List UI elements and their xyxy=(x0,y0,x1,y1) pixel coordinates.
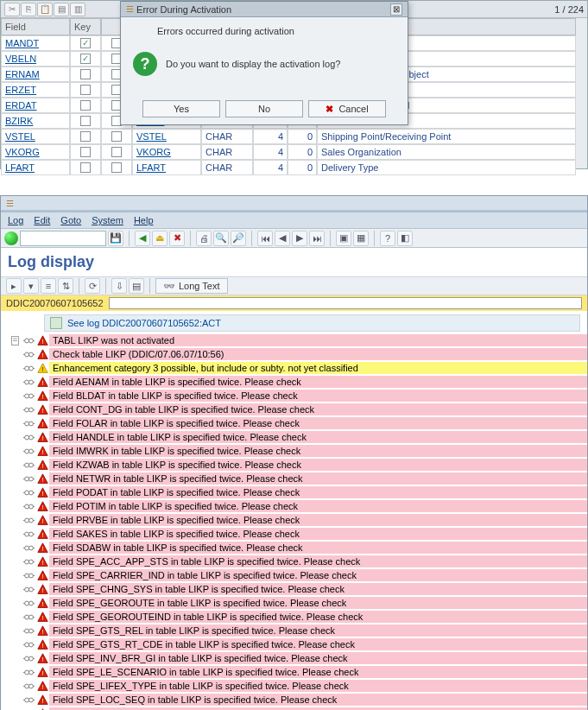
help-icon[interactable]: ? xyxy=(380,231,395,246)
log-row[interactable]: !Field CONT_DG in table LIKP is specifie… xyxy=(8,403,587,416)
see-log-row[interactable]: See log DDIC20070607105652:ACT xyxy=(44,314,580,332)
detail-glasses-icon[interactable] xyxy=(22,556,35,567)
field-name[interactable]: MANDT xyxy=(1,35,70,51)
key-checkbox[interactable] xyxy=(70,98,101,113)
cancel-button[interactable]: ✖Cancel xyxy=(308,100,386,117)
init-checkbox[interactable] xyxy=(101,129,132,144)
detail-glasses-icon[interactable] xyxy=(22,404,35,415)
log-row[interactable]: !Field SPE_GEOROUTEIND in table LIKP is … xyxy=(8,610,587,624)
back-icon[interactable]: ◀ xyxy=(135,231,150,246)
init-checkbox[interactable] xyxy=(101,144,132,160)
detail-glasses-icon[interactable] xyxy=(22,349,35,360)
detail-glasses-icon[interactable] xyxy=(22,612,35,623)
log-id-input[interactable] xyxy=(109,297,582,309)
detail-glasses-icon[interactable] xyxy=(22,446,35,457)
find-icon[interactable]: 🔍 xyxy=(213,231,229,246)
log-row[interactable]: !Enhancement category 3 possible, but in… xyxy=(8,361,587,375)
layout-settings-icon[interactable]: ▤ xyxy=(129,278,144,294)
field-name[interactable]: ERNAM xyxy=(1,67,70,82)
command-field[interactable] xyxy=(20,231,106,246)
detail-glasses-icon[interactable] xyxy=(22,515,35,526)
refresh-icon[interactable]: ⟳ xyxy=(85,278,100,294)
detail-glasses-icon[interactable] xyxy=(22,598,35,609)
log-row[interactable]: !Field SPE_INV_BFR_GI in table LIKP is s… xyxy=(8,651,587,665)
detail-glasses-icon[interactable] xyxy=(22,681,35,692)
sort-icon[interactable]: ⇅ xyxy=(58,278,73,294)
log-row[interactable]: !Field SPE_ACC_APP_STS in table LIKP is … xyxy=(8,555,587,568)
expand-icon[interactable]: ▸ xyxy=(6,278,22,294)
layout-icon[interactable]: ◧ xyxy=(397,231,413,246)
field-name[interactable]: ERDAT xyxy=(1,98,70,113)
data-element[interactable]: LFART xyxy=(132,160,201,175)
log-row[interactable]: !Field SPE_LE_SCENARIO in table LIKP is … xyxy=(8,665,587,679)
key-checkbox[interactable] xyxy=(70,67,101,82)
log-row[interactable]: !Field SPE_LOEKZ in table LIKP is specif… xyxy=(8,707,587,710)
save-icon[interactable]: 💾 xyxy=(108,231,123,246)
log-row[interactable]: !Field NETWR in table LIKP is specified … xyxy=(8,472,587,485)
detail-glasses-icon[interactable] xyxy=(22,653,35,664)
log-row[interactable]: !Field FOLAR in table LIKP is specified … xyxy=(8,416,587,430)
log-row[interactable]: !Field SDABW in table LIKP is specified … xyxy=(8,541,587,555)
log-row[interactable]: !Field SPE_LOC_SEQ in table LIKP is spec… xyxy=(8,693,587,707)
paste-icon[interactable]: 📋 xyxy=(37,3,53,16)
field-name[interactable]: VBELN xyxy=(1,51,70,67)
field-name[interactable]: VKORG xyxy=(1,144,70,160)
log-row[interactable]: !Field IMWRK in table LIKP is specified … xyxy=(8,444,587,458)
log-row[interactable]: !Field PODAT in table LIKP is specified … xyxy=(8,485,587,499)
detail-glasses-icon[interactable] xyxy=(22,377,35,388)
key-checkbox[interactable] xyxy=(70,113,101,129)
col-field[interactable]: Field xyxy=(1,18,70,35)
log-row[interactable]: !Field SPE_GTS_RT_CDE in table LIKP is s… xyxy=(8,637,587,651)
shortcut-icon[interactable]: ▦ xyxy=(353,231,369,246)
next-page-icon[interactable]: ▶ xyxy=(292,231,307,246)
insert-row-icon[interactable]: ▤ xyxy=(54,3,69,16)
cut-icon[interactable]: ✂ xyxy=(4,3,20,16)
log-row[interactable]: !Field SPE_LIFEX_TYPE in table LIKP is s… xyxy=(8,679,587,693)
export-icon[interactable]: ⇩ xyxy=(111,278,127,294)
detail-glasses-icon[interactable] xyxy=(22,529,35,540)
log-row[interactable]: !Field AENAM in table LIKP is specified … xyxy=(8,375,587,389)
detail-icon[interactable]: ≡ xyxy=(41,278,56,294)
detail-glasses-icon[interactable] xyxy=(22,363,35,374)
key-checkbox[interactable] xyxy=(70,160,101,175)
menu-system[interactable]: System xyxy=(92,215,123,225)
detail-glasses-icon[interactable] xyxy=(22,335,35,346)
prev-page-icon[interactable]: ◀ xyxy=(275,231,290,246)
detail-glasses-icon[interactable] xyxy=(22,432,35,443)
detail-glasses-icon[interactable] xyxy=(22,487,35,498)
key-checkbox[interactable] xyxy=(70,144,101,160)
field-name[interactable]: BZIRK xyxy=(1,113,70,129)
no-button[interactable]: No xyxy=(225,100,303,117)
last-page-icon[interactable]: ⏭ xyxy=(309,231,325,246)
log-row[interactable]: !Field SPE_GEOROUTE in table LIKP is spe… xyxy=(8,596,587,610)
init-checkbox[interactable] xyxy=(101,160,132,175)
log-row[interactable]: !Field PRVBE in table LIKP is specified … xyxy=(8,513,587,527)
detail-glasses-icon[interactable] xyxy=(22,639,35,650)
menu-edit[interactable]: Edit xyxy=(34,215,50,225)
find-next-icon[interactable]: 🔎 xyxy=(231,231,246,246)
detail-glasses-icon[interactable] xyxy=(22,694,35,706)
close-icon[interactable]: ⊠ xyxy=(390,3,402,16)
detail-glasses-icon[interactable] xyxy=(22,570,35,581)
key-checkbox[interactable] xyxy=(70,82,101,98)
key-checkbox[interactable] xyxy=(70,35,101,51)
copy-icon[interactable]: ⎘ xyxy=(21,3,36,16)
detail-glasses-icon[interactable] xyxy=(22,501,35,512)
detail-glasses-icon[interactable] xyxy=(22,390,35,402)
field-name[interactable]: LFART xyxy=(1,160,70,175)
field-name[interactable]: VSTEL xyxy=(1,129,70,144)
data-element[interactable]: VSTEL xyxy=(132,129,201,144)
log-row[interactable]: !Field SPE_GTS_REL in table LIKP is spec… xyxy=(8,624,587,637)
tree-expand-icon[interactable] xyxy=(8,335,22,346)
log-row[interactable]: !Check table LIKP (DDIC/07.06.07/10:56) xyxy=(8,347,587,361)
new-session-icon[interactable]: ▣ xyxy=(336,231,351,246)
field-name[interactable]: ERZET xyxy=(1,82,70,98)
exit-icon[interactable]: ⏏ xyxy=(152,231,168,246)
data-element[interactable]: VKORG xyxy=(132,144,201,160)
menu-goto[interactable]: Goto xyxy=(60,215,81,225)
log-row[interactable]: !Field SAKES in table LIKP is specified … xyxy=(8,527,587,541)
log-row[interactable]: !Field KZWAB in table LIKP is specified … xyxy=(8,458,587,472)
detail-glasses-icon[interactable] xyxy=(22,584,35,595)
log-row[interactable]: !TABL LIKP was not activated xyxy=(8,333,587,347)
yes-button[interactable]: Yes xyxy=(142,100,220,117)
